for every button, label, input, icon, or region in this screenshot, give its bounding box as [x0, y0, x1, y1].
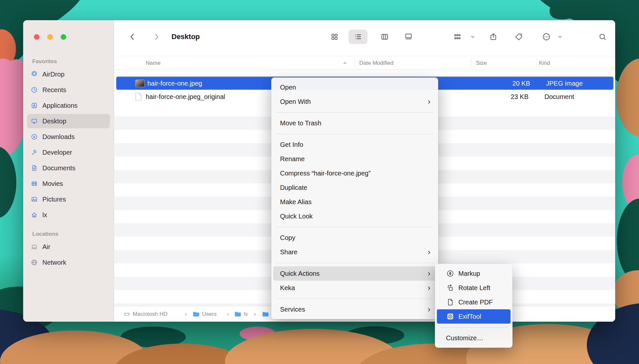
menu-separator [271, 130, 438, 137]
submenu-item-customize[interactable]: Customize… [437, 331, 511, 345]
back-button[interactable] [128, 32, 137, 41]
sidebar-item-documents[interactable]: Documents [27, 161, 110, 175]
window-title: Desktop [171, 33, 200, 41]
path-item-lx[interactable]: lx [234, 311, 248, 317]
column-header-date-modified[interactable]: Date Modified [359, 60, 394, 66]
minimize-window-button[interactable] [47, 34, 53, 40]
hammer-icon [30, 149, 38, 156]
applications-icon [30, 102, 38, 109]
submenu-item-markup[interactable]: Markup [437, 266, 511, 281]
menu-item-label: Rename [280, 155, 305, 163]
more-actions-button[interactable] [542, 33, 551, 41]
locations-header: Locations [23, 229, 114, 240]
submenu-item-rotate-left[interactable]: Rotate Left [437, 281, 511, 295]
menu-item-duplicate[interactable]: Duplicate [273, 180, 436, 195]
exiftool-icon [446, 313, 454, 320]
sidebar-item-recents[interactable]: Recents [27, 83, 110, 97]
path-item-desktop[interactable] [262, 311, 272, 317]
path-item-macintosh-hd[interactable]: Macintosh HD [124, 311, 168, 317]
sidebar-item-downloads[interactable]: Downloads [27, 130, 110, 144]
sidebar: Favorites AirDrop Recents Applications D… [23, 20, 114, 322]
sidebar-item-lx[interactable]: lx [27, 208, 110, 222]
menu-item-label: Compress “hair-force-one.jpeg” [280, 170, 371, 177]
search-button[interactable] [598, 33, 607, 41]
sort-ascending-icon[interactable] [343, 61, 347, 65]
sidebar-item-applications[interactable]: Applications [27, 98, 110, 113]
sidebar-item-label: Movies [42, 180, 63, 188]
file-kind: Document [544, 93, 574, 100]
column-header-size[interactable]: Size [476, 60, 487, 66]
menu-item-label: Open With [280, 98, 311, 105]
menu-separator [271, 295, 438, 302]
sidebar-item-label: Downloads [42, 133, 75, 141]
column-divider [355, 58, 355, 68]
harddrive-icon [124, 311, 130, 317]
folder-icon [262, 311, 269, 317]
menu-item-label: Make Alias [280, 198, 312, 206]
sidebar-item-airdrop[interactable]: AirDrop [27, 67, 110, 81]
menu-item-open-with[interactable]: Open With› [273, 94, 436, 109]
sidebar-item-movies[interactable]: Movies [27, 176, 110, 191]
list-view-button[interactable] [354, 33, 362, 41]
share-button[interactable] [489, 33, 498, 41]
sidebar-item-label: AirDrop [42, 71, 65, 78]
column-divider [536, 58, 537, 68]
laptop-icon [30, 243, 38, 250]
menu-item-compress[interactable]: Compress “hair-force-one.jpeg” [273, 166, 436, 180]
path-item-label: Users [202, 311, 216, 317]
file-name: hair-force-one.jpeg_original [146, 93, 225, 100]
path-chevron-icon: › [254, 311, 256, 317]
clock-icon [30, 86, 38, 93]
submenu-item-label: Rotate Left [458, 284, 490, 292]
menu-item-quick-look[interactable]: Quick Look [273, 209, 436, 223]
sidebar-item-label: Applications [42, 102, 78, 109]
column-headers: Name Date Modified Size Kind [114, 56, 615, 70]
group-button[interactable] [453, 33, 462, 41]
sidebar-item-label: Air [42, 243, 50, 251]
gallery-view-button[interactable] [404, 33, 413, 41]
path-item-users[interactable]: Users [193, 311, 216, 317]
sidebar-item-desktop[interactable]: Desktop [27, 114, 110, 128]
menu-item-share[interactable]: Share› [273, 245, 436, 259]
file-size: 20 KB [473, 79, 530, 87]
zoom-window-button[interactable] [61, 34, 66, 40]
sidebar-item-developer[interactable]: Developer [27, 145, 110, 160]
menu-item-copy[interactable]: Copy [273, 231, 436, 245]
menu-item-label: Copy [280, 234, 295, 242]
rotate-left-icon [446, 284, 454, 292]
menu-item-label: Quick Actions [280, 270, 320, 277]
icon-view-button[interactable] [330, 33, 339, 41]
submenu-chevron-icon: › [428, 248, 432, 256]
menu-item-rename[interactable]: Rename [273, 152, 436, 166]
menu-separator [271, 223, 438, 231]
submenu-item-label: Customize… [446, 334, 483, 342]
sidebar-item-network[interactable]: Network [27, 255, 110, 270]
menu-item-services[interactable]: Services› [273, 302, 436, 316]
submenu-item-label: ExifTool [458, 313, 481, 320]
column-header-kind[interactable]: Kind [539, 60, 550, 66]
menu-item-label: Move to Trash [280, 119, 321, 127]
menu-item-label: Open [280, 84, 296, 91]
column-header-name[interactable]: Name [146, 60, 160, 66]
menu-item-quick-actions[interactable]: Quick Actions› [273, 266, 436, 281]
menu-separator [435, 324, 513, 331]
menu-item-open[interactable]: Open [273, 80, 436, 94]
sidebar-item-air[interactable]: Air [27, 240, 110, 254]
menu-item-move-to-trash[interactable]: Move to Trash [273, 116, 436, 130]
column-view-button[interactable] [380, 33, 389, 41]
menu-item-keka[interactable]: Keka› [273, 281, 436, 295]
submenu-chevron-icon: › [428, 270, 432, 277]
forward-button[interactable] [152, 32, 161, 41]
sidebar-item-label: lx [42, 211, 47, 219]
close-window-button[interactable] [34, 34, 39, 40]
tags-button[interactable] [514, 33, 523, 41]
submenu-item-label: Markup [458, 270, 480, 277]
submenu-item-exiftool[interactable]: ExifTool [437, 309, 511, 324]
menu-item-make-alias[interactable]: Make Alias [273, 195, 436, 209]
menu-separator [271, 109, 438, 116]
column-divider [471, 58, 471, 68]
submenu-item-create-pdf[interactable]: Create PDF [437, 295, 511, 309]
menu-item-get-info[interactable]: Get Info [273, 137, 436, 152]
sidebar-item-pictures[interactable]: Pictures [27, 192, 110, 206]
globe-icon [30, 259, 38, 266]
